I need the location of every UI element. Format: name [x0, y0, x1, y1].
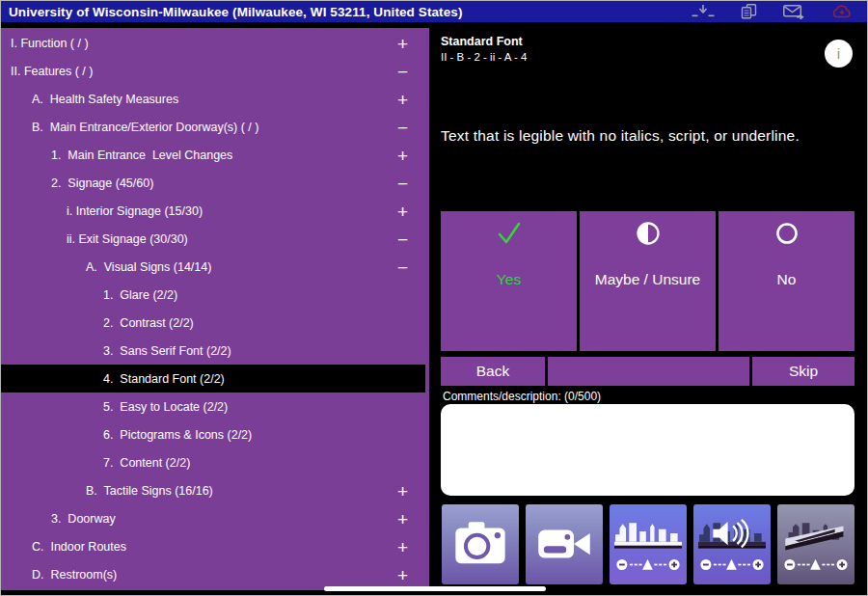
slider-scale-icon: [698, 556, 766, 576]
cloud-upload-icon[interactable]: [831, 5, 854, 18]
tree-row[interactable]: I. Function ( / ) +: [1, 29, 425, 57]
answer-maybe-label: Maybe / Unsure: [595, 271, 700, 288]
expander-icon[interactable]: +: [397, 565, 408, 583]
slider-scale-icon: [782, 556, 850, 576]
camera-button[interactable]: [442, 504, 519, 584]
expander-icon[interactable]: +: [397, 509, 408, 528]
tree-row[interactable]: II. Features ( / ) −: [1, 57, 425, 85]
tree-row[interactable]: 5. Easy to Locate (2/2): [1, 393, 425, 420]
main-split: I. Function ( / ) + II. Features ( / ) −…: [1, 28, 867, 596]
nav-spacer: [548, 357, 749, 386]
expander-icon[interactable]: +: [397, 146, 408, 164]
titlebar: University of Wisconsin-Milwaukee (Milwa…: [1, 1, 867, 22]
media-buttons: [442, 504, 854, 584]
answer-grid: Yes Maybe / Unsure: [441, 211, 854, 351]
check-icon: [496, 219, 523, 248]
circle-outline-icon: [774, 219, 800, 248]
question-title: Standard Font: [441, 35, 523, 48]
expander-icon[interactable]: +: [397, 537, 408, 555]
expander-icon[interactable]: −: [397, 257, 408, 276]
tree-row[interactable]: 3. Sans Serif Font (2/2): [1, 337, 425, 365]
location-title: University of Wisconsin-Milwaukee (Milwa…: [1, 5, 463, 19]
tree-row[interactable]: A. Visual Signs (14/14) −: [1, 253, 425, 281]
tree-item-label: 7. Content (2/2): [103, 456, 190, 470]
tree-row[interactable]: 7. Content (2/2): [1, 448, 425, 476]
tree-row[interactable]: i. Interior Signage (15/30) +: [1, 197, 425, 225]
download-icon[interactable]: [692, 5, 715, 18]
slider-scale-icon: [614, 556, 682, 576]
tree-item-label: 5. Easy to Locate (2/2): [103, 400, 228, 414]
city-sound-icon: [698, 513, 766, 555]
tree-row[interactable]: ii. Exit Signage (30/30) −: [1, 225, 425, 253]
tree-row[interactable]: D. Restroom(s) +: [1, 560, 425, 588]
send-mail-icon[interactable]: [783, 5, 805, 19]
tree-item-label: II. Features ( / ): [11, 65, 93, 78]
city-ramp-icon: [782, 513, 850, 555]
question-nav: Back Skip: [441, 357, 854, 386]
tree-item-label: ii. Exit Signage (30/30): [67, 232, 188, 246]
expander-icon[interactable]: −: [397, 174, 408, 192]
ramp-scale-button[interactable]: [777, 504, 854, 584]
visual-scale-button[interactable]: [610, 504, 687, 584]
question-panel: Standard Font II - B - 2 - ii - A - 4 i …: [429, 28, 867, 596]
answer-no-button[interactable]: No: [719, 211, 854, 351]
tree-item-label: B. Tactile Signs (16/16): [86, 484, 213, 498]
tree-row[interactable]: 4. Standard Font (2/2): [1, 365, 425, 393]
comments-textarea[interactable]: [441, 404, 854, 496]
question-text: Text that is legible with no italics, sc…: [441, 127, 800, 145]
app-window: University of Wisconsin-Milwaukee (Milwa…: [0, 0, 868, 596]
audio-scale-button[interactable]: [693, 504, 771, 584]
tree-row[interactable]: A. Health Safety Measures +: [1, 85, 425, 113]
expander-icon[interactable]: −: [397, 230, 408, 248]
skip-button[interactable]: Skip: [752, 357, 854, 386]
tree-row[interactable]: B. Main Entrance/Exterior Doorway(s) ( /…: [1, 113, 425, 141]
tree-item-label: I. Function ( / ): [11, 37, 89, 50]
tree-row[interactable]: B. Tactile Signs (16/16) +: [1, 476, 425, 504]
tree-row[interactable]: 2. Contrast (2/2): [1, 309, 425, 337]
half-circle-icon: [635, 219, 662, 248]
tree-row[interactable]: C. Indoor Routes +: [1, 532, 425, 560]
city-skyline-icon: [614, 513, 682, 555]
tree-item-label: A. Visual Signs (14/14): [86, 260, 211, 274]
info-icon[interactable]: i: [825, 40, 853, 68]
tree-item-label: A. Health Safety Measures: [32, 93, 178, 106]
tree-item-label: 6. Pictograms & Icons (2/2): [103, 428, 252, 442]
home-indicator[interactable]: [324, 586, 546, 591]
comments-label: Comments/description: (0/500): [443, 390, 601, 403]
answer-no-label: No: [777, 271, 797, 288]
answer-yes-button[interactable]: Yes: [441, 211, 577, 351]
tree-row[interactable]: 1. Main Entrance Level Changes +: [1, 141, 425, 169]
tree-item-label: D. Restroom(s): [32, 568, 117, 582]
checklist-tree: I. Function ( / ) + II. Features ( / ) −…: [1, 28, 429, 590]
expander-icon[interactable]: +: [397, 90, 408, 108]
copy-icon[interactable]: [741, 4, 757, 19]
tree-item-label: 1. Glare (2/2): [103, 288, 177, 302]
camera-icon: [452, 519, 508, 570]
tree-item-label: 2. Signage (45/60): [51, 176, 153, 190]
answer-yes-label: Yes: [497, 271, 521, 288]
video-button[interactable]: [526, 504, 603, 584]
tree-item-label: 3. Doorway: [51, 512, 116, 526]
video-camera-icon: [536, 519, 592, 570]
tree-row[interactable]: 2. Signage (45/60) −: [1, 169, 425, 197]
titlebar-actions: [692, 4, 867, 19]
expander-icon[interactable]: −: [397, 118, 408, 136]
tree-item-label: i. Interior Signage (15/30): [67, 204, 203, 218]
tree-item-label: 3. Sans Serif Font (2/2): [103, 344, 231, 358]
tree-item-label: 2. Contrast (2/2): [103, 316, 194, 330]
tree-item-label: B. Main Entrance/Exterior Doorway(s) ( /…: [32, 121, 258, 134]
tree-row[interactable]: 1. Glare (2/2): [1, 281, 425, 309]
back-button[interactable]: Back: [441, 357, 545, 386]
expander-icon[interactable]: −: [397, 62, 408, 80]
expander-icon[interactable]: +: [397, 202, 408, 220]
expander-icon[interactable]: +: [397, 34, 408, 52]
tree-row[interactable]: 3. Doorway +: [1, 504, 425, 532]
tree-row[interactable]: 6. Pictograms & Icons (2/2): [1, 420, 425, 448]
tree-item-label: C. Indoor Routes: [32, 540, 126, 554]
tree-item-label: 1. Main Entrance Level Changes: [51, 149, 232, 162]
expander-icon[interactable]: +: [397, 481, 408, 500]
answer-maybe-button[interactable]: Maybe / Unsure: [580, 211, 716, 351]
tree-item-label: 4. Standard Font (2/2): [103, 372, 225, 386]
question-code: II - B - 2 - ii - A - 4: [441, 51, 527, 63]
